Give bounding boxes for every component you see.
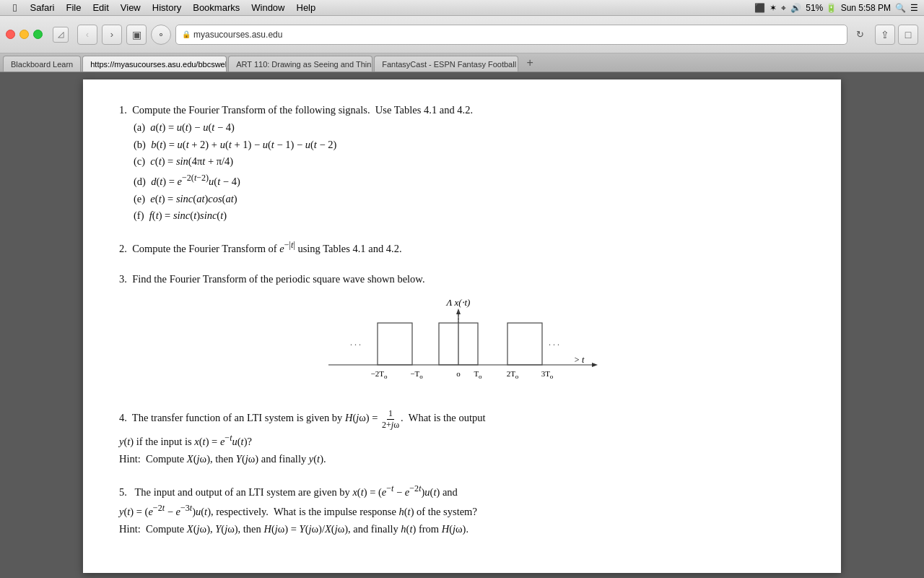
svg-text:o: o	[456, 369, 461, 378]
browser-toolbar: ◿ ‹ › ▣ ⚬ 🔒 myasucourses.asu.edu ↻ ⇪ □	[0, 16, 924, 53]
problem-4-title: 4. The transfer function of an LTI syste…	[119, 408, 805, 430]
tab-current[interactable]: https://myasucourses.asu.edu/bbcswebdav/…	[82, 56, 227, 72]
minimize-button[interactable]	[19, 30, 29, 39]
clock: Sun 5:58 PM	[841, 3, 891, 13]
add-tab-button[interactable]: +	[523, 56, 537, 70]
url-display: myasucourses.asu.edu	[193, 30, 282, 40]
menu-view[interactable]: View	[115, 0, 147, 16]
menu-window[interactable]: Window	[245, 0, 290, 16]
tab-label: Blackboard Learn	[11, 60, 73, 69]
problem-3: 3. Find the Fourier Transform of the per…	[119, 272, 805, 394]
svg-text:. . .: . . .	[350, 337, 361, 348]
problem-5-hint: Hint: Compute X(jω), Y(jω), then H(jω) =…	[119, 522, 805, 538]
menu-file[interactable]: File	[60, 0, 87, 16]
new-tab-plus[interactable]: □	[898, 25, 918, 45]
problem-1-title: 1. Compute the Fourier Transform of the …	[119, 103, 805, 118]
back-button[interactable]: ‹	[77, 25, 97, 45]
square-wave-diagram: Λ x(⋅t) . . .	[119, 293, 805, 394]
menu-edit[interactable]: Edit	[87, 0, 114, 16]
screen-icon: ⬛	[754, 3, 765, 13]
menu-safari[interactable]: Safari	[24, 0, 60, 16]
toolbar-actions: ⇪ □	[875, 25, 918, 45]
tab-label: FantasyCast - ESPN Fantasy Football 2015	[382, 60, 518, 69]
problem-5: 5. The input and output of an LTI system…	[119, 482, 805, 538]
new-tab-button[interactable]: ▣	[126, 25, 147, 45]
problem-4-body: y(t) if the input is x(t) = e−tu(t)?	[119, 431, 805, 450]
svg-text:−2To: −2To	[371, 369, 388, 380]
tab-espn[interactable]: FantasyCast - ESPN Fantasy Football 2015	[374, 56, 518, 72]
tab-label: ART 110: Drawing as Seeing and Thinking	[236, 60, 372, 69]
menu-bar:  Safari File Edit View History Bookmark…	[0, 0, 924, 16]
bluetooth-icon: ✶	[770, 3, 777, 13]
svg-rect-6	[378, 323, 412, 365]
svg-text:. . .: . . .	[549, 337, 559, 348]
menu-history[interactable]: History	[147, 0, 187, 16]
close-button[interactable]	[6, 30, 15, 39]
problem-3-title: 3. Find the Fourier Transform of the per…	[119, 272, 805, 288]
tab-art110[interactable]: ART 110: Drawing as Seeing and Thinking	[228, 56, 372, 72]
problem-2: 2. Compute the Fourier Transform of e−|t…	[119, 238, 805, 257]
problem-2-title: 2. Compute the Fourier Transform of e−|t…	[119, 238, 805, 257]
stop-button[interactable]: ⚬	[151, 25, 171, 45]
wifi-icon: ⌖	[781, 3, 786, 13]
page-document: 1. Compute the Fourier Transform of the …	[83, 79, 841, 573]
apple-menu[interactable]: 	[6, 0, 24, 16]
svg-text:3To: 3To	[541, 369, 554, 380]
list-icon[interactable]: ☰	[910, 3, 918, 13]
square-wave-svg: Λ x(⋅t) . . .	[307, 293, 617, 394]
search-icon[interactable]: 🔍	[895, 3, 906, 13]
problem-1a: (a) a(t) = u(t) − u(t − 4)	[134, 120, 805, 136]
share-button[interactable]: ⇪	[875, 25, 895, 45]
problem-4-hint: Hint: Compute X(jω), then Y(jω) and fina…	[119, 452, 805, 467]
traffic-lights	[6, 30, 43, 39]
problem-1: 1. Compute the Fourier Transform of the …	[119, 103, 805, 224]
sidebar-toggle[interactable]: ◿	[53, 27, 69, 43]
svg-text:−To: −To	[410, 369, 423, 380]
svg-text:> t: > t	[574, 355, 585, 365]
lock-icon: 🔒	[182, 30, 191, 38]
reload-button[interactable]: ↻	[852, 27, 868, 43]
problem-1f: (f) f(t) = sinc(t)sinc(t)	[134, 208, 805, 224]
address-bar[interactable]: 🔒 myasucourses.asu.edu	[175, 25, 847, 45]
problem-5-body: y(t) = (e−2t − e−3t)u(t), respectively. …	[119, 501, 805, 520]
menubar-right: ⬛ ✶ ⌖ 🔊 51% 🔋 Sun 5:58 PM 🔍 ☰	[754, 3, 918, 13]
svg-marker-4	[592, 363, 598, 367]
tabs-bar: Blackboard Learn https://myasucourses.as…	[0, 53, 924, 72]
svg-text:2To: 2To	[507, 369, 519, 380]
maximize-button[interactable]	[33, 30, 43, 39]
problem-5-title: 5. The input and output of an LTI system…	[119, 482, 805, 501]
menu-help[interactable]: Help	[291, 0, 322, 16]
problem-1b: (b) b(t) = u(t + 2) + u(t + 1) − u(t − 1…	[134, 137, 805, 153]
content-area: 1. Compute the Fourier Transform of the …	[0, 72, 924, 578]
problem-1e: (e) e(t) = sinc(at)cos(at)	[134, 191, 805, 207]
window-controls: ◿	[53, 27, 69, 43]
problem-4: 4. The transfer function of an LTI syste…	[119, 408, 805, 467]
problem-1c: (c) c(t) = sin(4πt + π/4)	[134, 154, 805, 170]
svg-rect-9	[507, 323, 542, 365]
svg-text:Λ x(⋅t): Λ x(⋅t)	[445, 297, 471, 308]
volume-icon: 🔊	[790, 3, 801, 13]
tab-label: https://myasucourses.asu.edu/bbcswebdav/…	[90, 60, 227, 69]
problem-1d: (d) d(t) = e−2(t−2)u(t − 4)	[134, 171, 805, 190]
forward-button[interactable]: ›	[102, 25, 122, 45]
battery-indicator: 51% 🔋	[806, 3, 836, 13]
menu-bookmarks[interactable]: Bookmarks	[187, 0, 245, 16]
tab-blackboard[interactable]: Blackboard Learn	[3, 56, 81, 72]
svg-text:To: To	[474, 369, 482, 380]
